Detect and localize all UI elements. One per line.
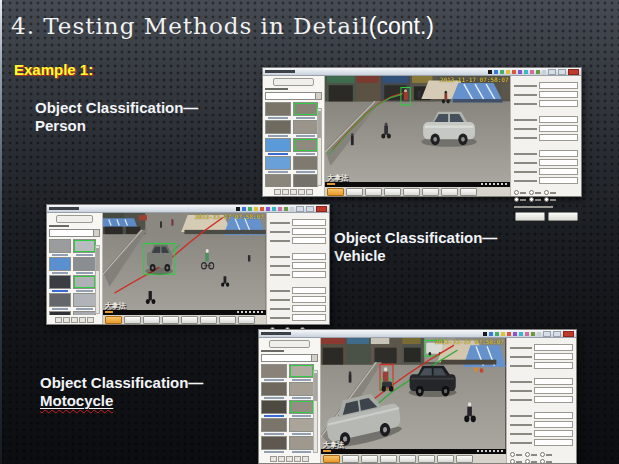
field-input[interactable]: [292, 271, 326, 278]
radio-option[interactable]: [525, 452, 537, 457]
cancel-button[interactable]: [548, 212, 578, 221]
toolbar-icon[interactable]: [290, 207, 294, 211]
pager-button[interactable]: [55, 317, 62, 323]
panel-button[interactable]: [273, 78, 314, 86]
toolbar-icon[interactable]: [525, 332, 529, 336]
pager-button[interactable]: [306, 189, 313, 195]
radio-option[interactable]: [525, 459, 537, 464]
window-titlebar[interactable]: [259, 330, 576, 338]
detection-thumbnail[interactable]: [49, 293, 71, 309]
toolbar-icon[interactable]: [494, 70, 498, 74]
field-input[interactable]: [292, 219, 326, 226]
playback-button[interactable]: [219, 316, 236, 324]
detection-thumbnail[interactable]: [293, 174, 319, 187]
radio-option[interactable]: [544, 190, 556, 195]
field-input[interactable]: [539, 134, 578, 141]
toolbar-icon[interactable]: [501, 332, 505, 336]
toolbar-icon[interactable]: [488, 70, 492, 74]
toolbar-icon[interactable]: [489, 332, 493, 336]
panel-button[interactable]: [56, 215, 93, 223]
field-input[interactable]: [534, 387, 573, 394]
detection-thumbnail[interactable]: [293, 120, 319, 136]
toolbar-icon[interactable]: [507, 332, 511, 336]
detection-thumbnail[interactable]: [289, 418, 315, 434]
detection-thumbnail[interactable]: [265, 102, 291, 118]
pager-button[interactable]: [63, 317, 70, 323]
toolbar-icon[interactable]: [513, 332, 517, 336]
maximize-button[interactable]: [553, 331, 561, 337]
toolbar-icon[interactable]: [236, 207, 240, 211]
radio-option[interactable]: [544, 197, 556, 202]
pager-button[interactable]: [87, 317, 94, 323]
toolbar-icon[interactable]: [519, 332, 523, 336]
radio-option[interactable]: [540, 459, 552, 464]
scrollbar[interactable]: [317, 108, 322, 186]
field-input[interactable]: [539, 125, 578, 132]
minimize-button[interactable]: [296, 206, 304, 212]
play-button-active[interactable]: [105, 316, 122, 324]
playback-button[interactable]: [162, 316, 179, 324]
detection-thumbnail[interactable]: [261, 436, 287, 452]
panel-button[interactable]: [269, 340, 310, 348]
pager-button[interactable]: [286, 456, 293, 462]
playback-button[interactable]: [238, 316, 255, 324]
detection-thumbnail[interactable]: [293, 102, 319, 118]
field-input[interactable]: [292, 296, 326, 303]
pager-button[interactable]: [294, 456, 301, 462]
pager-button[interactable]: [290, 189, 297, 195]
video-seekbar[interactable]: [103, 310, 266, 315]
playback-button[interactable]: [365, 188, 382, 196]
toolbar-icon[interactable]: [536, 70, 540, 74]
radio-option[interactable]: [529, 197, 541, 202]
field-input[interactable]: [292, 287, 326, 294]
toolbar-icon[interactable]: [524, 70, 528, 74]
toolbar-icon[interactable]: [284, 207, 288, 211]
field-input[interactable]: [534, 430, 573, 437]
pager-button[interactable]: [298, 189, 305, 195]
maximize-button[interactable]: [558, 69, 566, 75]
detection-thumbnail[interactable]: [265, 138, 291, 154]
playback-button[interactable]: [342, 455, 359, 463]
playback-button[interactable]: [346, 188, 363, 196]
toolbar-icon[interactable]: [500, 70, 504, 74]
field-input[interactable]: [534, 439, 573, 446]
apply-settings-button[interactable]: [514, 206, 553, 208]
field-input[interactable]: [534, 378, 573, 385]
field-input[interactable]: [539, 100, 578, 107]
playback-button[interactable]: [422, 188, 439, 196]
field-input[interactable]: [539, 82, 578, 89]
field-input[interactable]: [539, 116, 578, 123]
pager-button[interactable]: [270, 456, 277, 462]
radio-option[interactable]: [529, 190, 541, 195]
toolbar-icon[interactable]: [542, 70, 546, 74]
toolbar-icon[interactable]: [278, 207, 282, 211]
video-viewport[interactable]: 2013-11-17 07:58:07 大拿法: [321, 338, 506, 449]
playback-button[interactable]: [399, 455, 416, 463]
detection-thumbnail[interactable]: [261, 400, 287, 416]
toolbar-icon[interactable]: [254, 207, 258, 211]
radio-option[interactable]: [514, 190, 526, 195]
maximize-button[interactable]: [306, 206, 314, 212]
toolbar-icon[interactable]: [266, 207, 270, 211]
field-input[interactable]: [292, 253, 326, 260]
minimize-button[interactable]: [543, 331, 551, 337]
detection-thumbnail[interactable]: [49, 311, 71, 315]
field-input[interactable]: [534, 421, 573, 428]
toolbar-icon[interactable]: [495, 332, 499, 336]
video-viewport[interactable]: 2013-11-17 07:58:07 大拿法: [325, 76, 510, 182]
video-viewport[interactable]: 2013-11-17 07:58:07 大拿法: [103, 213, 266, 310]
detection-thumbnail[interactable]: [293, 156, 319, 172]
radio-option[interactable]: [540, 452, 552, 457]
playback-button[interactable]: [403, 188, 420, 196]
pager-button[interactable]: [79, 317, 86, 323]
toolbar-icon[interactable]: [272, 207, 276, 211]
playback-button[interactable]: [124, 316, 141, 324]
toolbar-icon[interactable]: [242, 207, 246, 211]
pager-button[interactable]: [302, 456, 309, 462]
filter-dropdown[interactable]: [49, 229, 100, 237]
detection-thumbnail[interactable]: [289, 436, 315, 452]
ok-button[interactable]: [515, 212, 545, 221]
detection-thumbnail[interactable]: [49, 239, 71, 255]
playback-button[interactable]: [181, 316, 198, 324]
close-icon[interactable]: [568, 69, 579, 75]
